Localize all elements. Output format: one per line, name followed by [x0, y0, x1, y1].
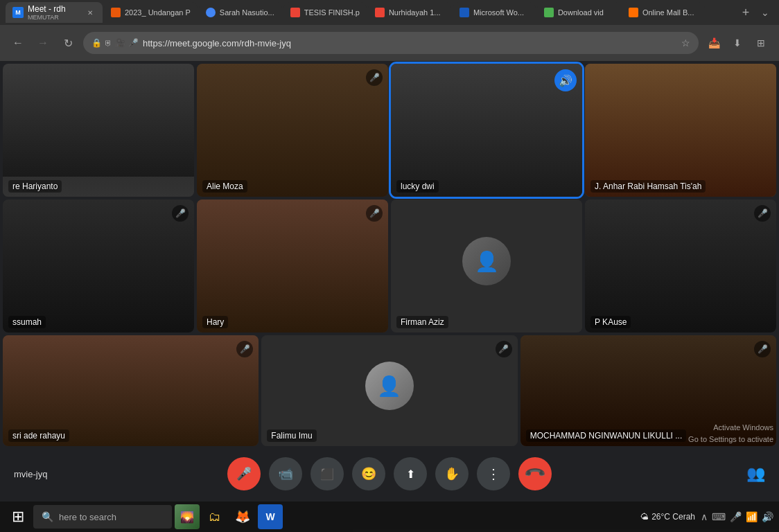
mute-icon-6: 🎤 [366, 205, 383, 222]
participant-tile-2: 🎤 Alie Moza [197, 64, 388, 197]
tile3-bg [391, 64, 582, 197]
mute-button[interactable]: 🎤 [227, 457, 261, 490]
tesis-favicon [290, 8, 300, 17]
tab-undangan[interactable]: 2023_ Undangan P [104, 2, 198, 23]
download-label: Download vid [558, 8, 613, 17]
url-text: https://meet.google.com/rdh-mvie-jyq [143, 38, 291, 48]
keyboard-icon: ⌨ [712, 511, 726, 522]
speaking-indicator-3: 🔊 [554, 69, 577, 91]
wifi-icon[interactable]: 📶 [746, 511, 758, 522]
participant-name-6: Hary [202, 316, 228, 328]
start-button[interactable]: ⊞ [6, 504, 30, 529]
download-button[interactable]: ⬇ [728, 33, 747, 53]
participant-tile-3: 🔊 lucky dwi [391, 64, 582, 197]
forward-button[interactable]: → [33, 33, 53, 53]
active-tab-meet[interactable]: M Meet - rdh MEMUTAR ✕ [6, 2, 103, 23]
taskbar-search-box[interactable]: 🔍 here to search [33, 505, 172, 529]
undangan-favicon [111, 8, 121, 17]
participants-top-grid: re Hariyanto 🎤 Alie Moza 🔊 lucky dwi J. … [3, 64, 776, 332]
participant-name-3: lucky dwi [396, 180, 439, 193]
participant-name-4: J. Anhar Rabi Hamsah Tis'ah [590, 180, 706, 193]
mute-icon-10: 🎤 [496, 341, 512, 357]
participant-name-10: Falimu Imu [267, 429, 316, 442]
file-explorer-button[interactable]: 🗂 [202, 504, 227, 529]
new-tab-button[interactable]: + [736, 3, 755, 22]
raise-hand-button[interactable]: ✋ [435, 457, 469, 490]
taskbar: ⊞ 🔍 here to search 🌄 🗂 🦊 W 🌤 26°C Cerah … [0, 502, 779, 532]
meet-url-label: mvie-jyq [14, 469, 47, 479]
more-options-button[interactable]: ⋮ [477, 457, 510, 490]
participant-name-7: Firman Aziz [396, 316, 448, 328]
participant-name-9: sri ade rahayu [8, 429, 69, 442]
lock-icon: 🔒 [91, 38, 102, 48]
reload-button[interactable]: ↻ [58, 33, 78, 53]
sarah-label: Sarah Nasutio... [220, 8, 275, 17]
security-icons: 🔒 ⛨ 🎥 🎤 [91, 38, 139, 48]
tab-bar: M Meet - rdh MEMUTAR ✕ 2023_ Undangan P … [0, 0, 779, 25]
participant-tile-8: 🎤 P KAuse [585, 200, 776, 332]
task-view-button[interactable]: 🌄 [175, 504, 200, 529]
extensions-button[interactable]: ⊞ [751, 33, 771, 53]
tab-tesis[interactable]: TESIS FINISH.p [283, 2, 367, 23]
bookmark-icon[interactable]: ☆ [681, 37, 690, 48]
tab-download[interactable]: Download vid [537, 2, 620, 23]
back-button[interactable]: ← [8, 33, 28, 53]
taskbar-search-placeholder: here to search [59, 512, 116, 522]
online-favicon [629, 8, 638, 17]
participants-count-icon[interactable]: 👥 [746, 465, 765, 483]
tab-online[interactable]: Online Mall B... [622, 2, 705, 23]
tile4-bg [585, 64, 776, 197]
weather-widget: 🌤 26°C Cerah [640, 512, 695, 522]
other-tabs: 2023_ Undangan P Sarah Nasutio... TESIS … [104, 2, 735, 23]
participant-tile-7: 👤 Firman Aziz [391, 200, 582, 332]
nurhidayah-label: Nurhidayah 1... [389, 8, 444, 17]
tile10-avatar: 👤 [365, 362, 414, 410]
url-bar[interactable]: 🔒 ⛨ 🎥 🎤 https://meet.google.com/rdh-mvie… [83, 32, 699, 54]
tab-sarah[interactable]: Sarah Nasutio... [199, 2, 282, 23]
camera-button[interactable]: 📹 [269, 457, 302, 490]
participant-name-11: MOCHAMMAD NGINWANUN LIKULLI ... [526, 429, 687, 442]
tile1-face [3, 64, 194, 177]
mute-icon-5: 🎤 [172, 205, 189, 222]
tab-nurhidayah[interactable]: Nurhidayah 1... [368, 2, 451, 23]
mute-icon-11: 🎤 [754, 341, 771, 357]
mic-tray-icon[interactable]: 🎤 [730, 511, 742, 522]
meet-tab-label: Meet - rdh MEMUTAR [28, 4, 80, 21]
mic-perm-icon: 🎤 [128, 38, 139, 48]
word-button[interactable]: W [258, 504, 283, 529]
captions-button[interactable]: ⬛ [310, 457, 344, 490]
tile6-bg [197, 200, 388, 332]
system-tray-icons: ∧ ⌨ 🎤 📶 🔊 [701, 511, 773, 522]
volume-icon[interactable]: 🔊 [762, 511, 773, 522]
participants-bottom-row: 🎤 sri ade rahayu 👤 🎤 Falimu Imu 🎤 MOCHAM… [3, 335, 776, 446]
emoji-button[interactable]: 😊 [352, 457, 385, 490]
browser-actions: 📥 ⬇ ⊞ [704, 33, 771, 53]
participant-name-8: P KAuse [590, 316, 631, 328]
weather-text: 26°C Cerah [651, 512, 695, 522]
meet-tab-close[interactable]: ✕ [85, 7, 96, 18]
participant-tile-4: J. Anhar Rabi Hamsah Tis'ah [585, 64, 776, 197]
tile7-avatar: 👤 [462, 237, 511, 285]
firefox-button[interactable]: 🦊 [230, 504, 255, 529]
activate-line2: Go to Settings to activate [688, 434, 773, 446]
participant-tile-10: 👤 🎤 Falimu Imu [261, 335, 517, 446]
tab-microsoft[interactable]: Microsoft Wo... [453, 2, 536, 23]
sarah-favicon [206, 8, 216, 17]
activate-windows-watermark: Activate Windows Go to Settings to activ… [688, 422, 773, 446]
present-button[interactable]: ⬆ [394, 457, 427, 490]
tray-expand-icon[interactable]: ∧ [701, 511, 708, 522]
participant-tile-5: 🎤 ssumah [3, 200, 194, 332]
taskbar-search-icon: 🔍 [42, 511, 53, 522]
participant-name-1: re Hariyanto [8, 180, 62, 193]
tile5-bg [3, 200, 194, 332]
weather-icon: 🌤 [640, 512, 649, 522]
nurhidayah-favicon [375, 8, 385, 17]
pocket-button[interactable]: 📥 [704, 33, 724, 53]
mute-icon-2: 🎤 [366, 69, 383, 86]
tab-menu-button[interactable]: ⌄ [757, 4, 773, 21]
end-call-button[interactable]: 📞 [511, 450, 559, 497]
microsoft-label: Microsoft Wo... [473, 8, 529, 17]
browser-chrome: M Meet - rdh MEMUTAR ✕ 2023_ Undangan P … [0, 0, 779, 61]
activate-line1: Activate Windows [688, 422, 773, 434]
undangan-label: 2023_ Undangan P [125, 8, 191, 17]
